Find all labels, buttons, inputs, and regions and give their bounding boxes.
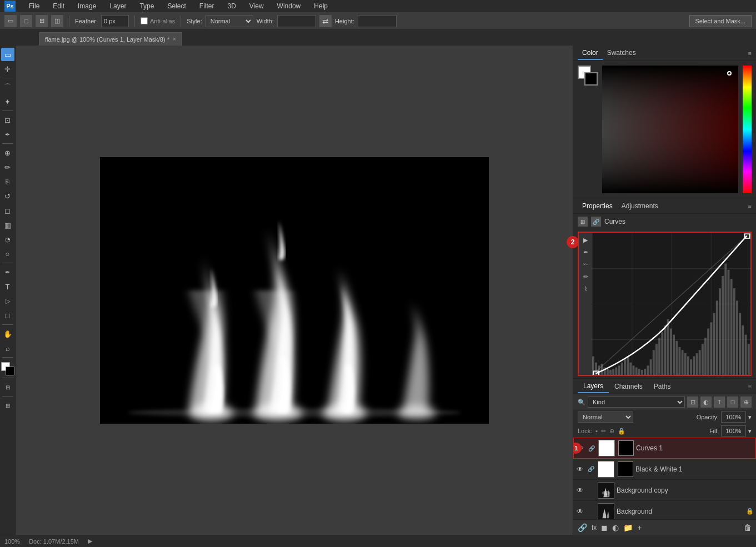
curve-tool-pen[interactable]: ✒ [580, 247, 590, 257]
curve-tool-smooth[interactable]: ⌇ [580, 284, 590, 294]
move-tool-btn[interactable]: ✛ [1, 62, 14, 76]
pen-tool-btn[interactable]: ✒ [1, 265, 14, 279]
clone-tool-btn[interactable]: ⎘ [1, 175, 14, 188]
layer-visibility-bg[interactable]: 👁 [575, 507, 584, 516]
lock-all-btn[interactable]: 🔒 [618, 428, 625, 435]
filter-smart-btn[interactable]: ⊕ [740, 397, 752, 408]
layer-link-btn[interactable]: 🔗 [578, 523, 587, 532]
layer-mask-btn[interactable]: ◼ [601, 523, 608, 532]
tab-layers[interactable]: Layers [578, 380, 609, 393]
filter-pixel-btn[interactable]: ⊡ [687, 397, 698, 408]
background-swatch[interactable] [584, 72, 598, 86]
tab-close-button[interactable]: × [173, 36, 176, 42]
menu-help[interactable]: Help [312, 1, 330, 11]
layer-chain-curves1[interactable]: 🔗 [587, 444, 596, 453]
eyedropper-tool-btn[interactable]: ✒ [1, 128, 14, 141]
fill-chevron[interactable]: ▾ [748, 428, 752, 435]
layer-group-btn[interactable]: 📁 [623, 523, 633, 532]
tab-color[interactable]: Color [578, 47, 603, 60]
tab-swatches[interactable]: Swatches [603, 47, 640, 60]
document-tab[interactable]: flame.jpg @ 100% (Curves 1, Layer Mask/8… [39, 32, 182, 46]
curves-graph[interactable] [592, 233, 750, 375]
properties-panel-menu[interactable]: ≡ [748, 203, 752, 209]
color-gradient-picker[interactable] [602, 66, 738, 193]
path-selection-btn[interactable]: ▷ [1, 294, 14, 308]
curves-container[interactable]: ▶ ✒ 〰 ✏ ⌇ [578, 232, 752, 376]
tool-options-icon3[interactable]: ◫ [51, 15, 63, 27]
layer-row-curves1[interactable]: 1 👁 🔗 Curves 1 [573, 438, 756, 459]
menu-edit[interactable]: Edit [51, 1, 67, 11]
hue-slider[interactable] [743, 66, 752, 193]
layers-panel-menu[interactable]: ≡ [748, 383, 752, 390]
curve-tool-pointer[interactable]: ▶ [580, 235, 590, 245]
anti-alias-checkbox[interactable] [141, 17, 148, 24]
rectangle-tool-btn[interactable]: □ [1, 309, 14, 322]
layer-row-bg[interactable]: 👁 🔗 Background 🔒 [573, 501, 756, 519]
opacity-input[interactable] [721, 411, 746, 423]
opacity-chevron[interactable]: ▾ [748, 414, 752, 421]
menu-view[interactable]: View [247, 1, 266, 11]
fill-input[interactable] [721, 425, 746, 436]
width-input[interactable] [277, 15, 316, 27]
status-arrow[interactable]: ▶ [88, 538, 92, 545]
lock-pixel-btn[interactable]: ▪ [595, 428, 598, 434]
menu-filter[interactable]: Filter [197, 1, 217, 11]
layer-filter-select[interactable]: Kind [588, 397, 685, 408]
layer-row-bw1[interactable]: 👁 🔗 Black & White 1 [573, 459, 756, 480]
text-tool-btn[interactable]: T [1, 280, 14, 293]
layer-fx-btn[interactable]: fx [592, 524, 597, 531]
tab-channels[interactable]: Channels [609, 380, 648, 393]
lasso-tool-btn[interactable]: ⌒ [1, 81, 14, 94]
layer-chain-bw1[interactable]: 🔗 [587, 465, 595, 474]
menu-layer[interactable]: Layer [107, 1, 128, 11]
feather-input[interactable] [101, 15, 129, 27]
zoom-tool-btn[interactable]: ⌕ [1, 342, 14, 355]
layer-row-bg-copy[interactable]: 👁 🔗 Background copy [573, 480, 756, 501]
curves-mask-icon[interactable]: ⊞ [578, 217, 588, 227]
select-mask-button[interactable]: Select and Mask... [689, 15, 752, 27]
crop-tool-btn[interactable]: ⊡ [1, 113, 14, 127]
background-color[interactable] [6, 367, 14, 375]
brush-tool-btn[interactable]: ✏ [1, 160, 14, 174]
tool-options-icon2[interactable]: ⊞ [36, 15, 48, 27]
filter-adj-btn[interactable]: ◐ [700, 397, 712, 408]
quick-mask-btn[interactable]: ⊟ [1, 380, 14, 394]
lock-artboard-btn[interactable]: ⊕ [609, 428, 614, 435]
color-panel-menu[interactable]: ≡ [748, 50, 752, 57]
filter-shape-btn[interactable]: □ [727, 397, 738, 408]
layer-visibility-bgcopy[interactable]: 👁 [575, 486, 584, 495]
dodge-tool-btn[interactable]: ○ [1, 247, 14, 260]
menu-select[interactable]: Select [165, 1, 188, 11]
curves-chain-icon[interactable]: 🔗 [591, 217, 601, 227]
screen-mode-btn[interactable]: ⊞ [1, 399, 14, 412]
curve-tool-wave[interactable]: 〰 [580, 259, 590, 269]
menu-window[interactable]: Window [275, 1, 303, 11]
menu-type[interactable]: Type [137, 1, 156, 11]
lock-position-btn[interactable]: ✏ [601, 428, 606, 435]
menu-3d[interactable]: 3D [225, 1, 238, 11]
style-select[interactable]: Normal Fixed Ratio Fixed Size [206, 15, 253, 27]
gradient-tool-btn[interactable]: ▥ [1, 218, 14, 232]
blur-tool-btn[interactable]: ◔ [1, 233, 14, 246]
eraser-tool-btn[interactable]: ◻ [1, 204, 14, 217]
blend-mode-select[interactable]: Normal [578, 411, 633, 423]
tool-options-icon[interactable]: ▭ [4, 15, 17, 27]
tab-adjustments[interactable]: Adjustments [617, 200, 663, 212]
swap-icon[interactable]: ⇄ [319, 15, 332, 27]
layer-visibility-bw1[interactable]: 👁 [575, 465, 584, 474]
magic-wand-tool-btn[interactable]: ✦ [1, 95, 14, 108]
filter-text-btn[interactable]: T [714, 397, 725, 408]
tool-options-rect-icon[interactable]: □ [20, 15, 32, 27]
tab-properties[interactable]: Properties [578, 200, 617, 212]
height-input[interactable] [358, 15, 397, 27]
menu-image[interactable]: Image [76, 1, 98, 11]
curve-tool-pencil[interactable]: ✏ [580, 272, 590, 282]
hand-tool-btn[interactable]: ✋ [1, 327, 14, 340]
menu-file[interactable]: File [27, 1, 42, 11]
marquee-tool-btn[interactable]: ▭ [1, 48, 14, 61]
layer-adj-btn[interactable]: ◐ [612, 523, 619, 532]
layer-new-btn[interactable]: + [637, 523, 642, 532]
layer-delete-btn[interactable]: 🗑 [744, 523, 752, 532]
healing-tool-btn[interactable]: ⊕ [1, 146, 14, 159]
history-brush-btn[interactable]: ↺ [1, 189, 14, 203]
